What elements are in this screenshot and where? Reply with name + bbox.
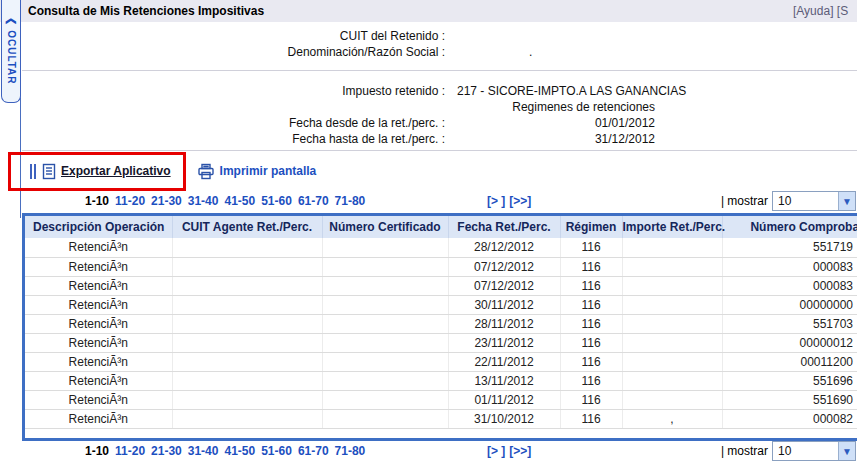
cell-importe — [622, 390, 722, 409]
pagination-link[interactable]: 51-60 — [261, 194, 292, 208]
pagination-top: 1-1011-2021-3031-4041-5051-6061-7071-80 … — [0, 191, 857, 213]
pagination-link[interactable]: 61-70 — [298, 194, 329, 208]
printer-icon — [197, 163, 215, 180]
help-exit-links[interactable]: [Ayuda] [S — [793, 0, 848, 22]
pagination-link[interactable]: 31-40 — [188, 444, 219, 458]
page-header-bar: Consulta de Mis Retenciones Impositivas … — [0, 0, 857, 22]
cell-importe: , — [622, 409, 722, 428]
cell-importe — [622, 371, 722, 390]
table-row: RetenciÃ³n01/11/2012116551690 — [25, 390, 857, 409]
table-header-row: Descripción Operación CUIT Agente Ret./P… — [25, 216, 857, 238]
cell-cuit-agente — [172, 257, 322, 276]
cell-fecha: 13/11/2012 — [448, 371, 560, 390]
pagination-link[interactable]: 71-80 — [335, 444, 366, 458]
col-numero-comprobante: Número Comprobante — [722, 216, 857, 238]
cell-numero-comprobante: 551719 — [722, 238, 857, 257]
cell-regimen: 116 — [560, 371, 622, 390]
cell-regimen: 116 — [560, 257, 622, 276]
table-row: RetenciÃ³n22/11/201211600011200 — [25, 352, 857, 371]
pagination-link[interactable]: 71-80 — [335, 194, 366, 208]
fecha-hasta-label: Fecha hasta de la ret./perc. : — [0, 131, 445, 147]
cell-numero-comprobante: 551703 — [722, 314, 857, 333]
cell-descripcion: RetenciÃ³n — [25, 295, 172, 314]
pagination-link[interactable]: 21-30 — [151, 194, 182, 208]
pagination-current: 1-10 — [85, 194, 109, 208]
page-size-value: 10 — [773, 194, 838, 208]
pagination-link[interactable]: 21-30 — [151, 444, 182, 458]
col-cuit-agente: CUIT Agente Ret./Perc. — [172, 216, 322, 238]
cell-numero-comprobante: 551696 — [722, 371, 857, 390]
cell-importe — [622, 333, 722, 352]
page-size-select[interactable]: 10 ▼ — [772, 441, 856, 461]
cell-numero-certificado — [322, 238, 448, 257]
table-row: RetenciÃ³n31/10/2012116,000082 — [25, 409, 857, 428]
cell-numero-certificado — [322, 295, 448, 314]
page-size-select[interactable]: 10 ▼ — [772, 191, 856, 211]
pagination-last[interactable]: [>>] — [509, 194, 531, 208]
imprimir-pantalla-link[interactable]: Imprimir pantalla — [220, 164, 317, 178]
mostrar-label: | mostrar — [712, 191, 768, 211]
table-row: RetenciÃ³n23/11/201211600000012 — [25, 333, 857, 352]
cell-fecha: 31/10/2012 — [448, 409, 560, 428]
table-row: RetenciÃ³n30/11/201211600000000 — [25, 295, 857, 314]
pagination-next[interactable]: [> ] — [487, 194, 505, 208]
table-row: RetenciÃ³n13/11/2012116551696 — [25, 371, 857, 390]
cell-fecha: 28/11/2012 — [448, 314, 560, 333]
cell-descripcion: RetenciÃ³n — [25, 238, 172, 257]
cell-descripcion: RetenciÃ³n — [25, 390, 172, 409]
cell-numero-certificado — [322, 390, 448, 409]
cell-cuit-agente — [172, 314, 322, 333]
pagination-link[interactable]: 31-40 — [188, 194, 219, 208]
export-document-icon — [42, 163, 56, 180]
cell-regimen: 116 — [560, 314, 622, 333]
cell-descripcion: RetenciÃ³n — [25, 352, 172, 371]
divider — [22, 150, 857, 151]
cell-numero-certificado — [322, 352, 448, 371]
cell-fecha: 07/12/2012 — [448, 257, 560, 276]
afip-retenciones-page: Consulta de Mis Retenciones Impositivas … — [0, 0, 857, 463]
actions-toolbar: Exportar Aplicativo Imprimir pantalla — [0, 158, 857, 184]
col-numero-certificado: Número Certificado — [322, 216, 448, 238]
cell-fecha: 22/11/2012 — [448, 352, 560, 371]
cell-cuit-agente — [172, 409, 322, 428]
pagination-last[interactable]: [>>] — [509, 444, 531, 458]
cell-numero-certificado — [322, 314, 448, 333]
cell-importe — [622, 238, 722, 257]
divider — [22, 70, 857, 71]
page-size-value: 10 — [773, 444, 838, 458]
cell-fecha: 23/11/2012 — [448, 333, 560, 352]
filters-section: Impuesto retenido : 217 - SICORE-IMPTO.A… — [0, 83, 857, 147]
pagination-link[interactable]: 11-20 — [115, 444, 145, 458]
cell-importe — [622, 295, 722, 314]
results-table: Descripción Operación CUIT Agente Ret./P… — [25, 216, 857, 429]
cell-cuit-agente — [172, 333, 322, 352]
pagination-bottom: 1-1011-2021-3031-4041-5051-6061-7071-80 … — [0, 441, 857, 463]
exportar-aplicativo-link[interactable]: Exportar Aplicativo — [61, 164, 171, 178]
cell-descripcion: RetenciÃ³n — [25, 257, 172, 276]
cell-numero-comprobante: 551690 — [722, 390, 857, 409]
regimenes-line: Regimenes de retenciones — [457, 99, 655, 115]
pagination-link[interactable]: 41-50 — [224, 194, 255, 208]
pagination-link[interactable]: 41-50 — [224, 444, 255, 458]
table-row: RetenciÃ³n07/12/2012116000083 — [25, 276, 857, 295]
col-importe: Importe Ret./Perc. — [622, 216, 722, 238]
pagination-link[interactable]: 51-60 — [261, 444, 292, 458]
cell-fecha: 07/12/2012 — [448, 276, 560, 295]
pagination-link[interactable]: 61-70 — [298, 444, 329, 458]
mostrar-label: | mostrar — [712, 441, 768, 461]
denominacion-value: . — [457, 44, 655, 60]
cell-numero-certificado — [322, 371, 448, 390]
cell-numero-comprobante: 00000000 — [722, 295, 857, 314]
cell-numero-certificado — [322, 257, 448, 276]
cell-numero-comprobante: 000083 — [722, 257, 857, 276]
cell-importe — [622, 276, 722, 295]
pagination-link[interactable]: 11-20 — [115, 194, 145, 208]
cell-regimen: 116 — [560, 295, 622, 314]
pagination-next[interactable]: [> ] — [487, 444, 505, 458]
chevron-down-icon: ▼ — [838, 442, 855, 460]
impuesto-retenido-label: Impuesto retenido : — [0, 83, 445, 99]
page-title: Consulta de Mis Retenciones Impositivas — [28, 0, 264, 22]
col-regimen: Régimen — [560, 216, 622, 238]
pagination-current: 1-10 — [85, 444, 109, 458]
cell-cuit-agente — [172, 371, 322, 390]
